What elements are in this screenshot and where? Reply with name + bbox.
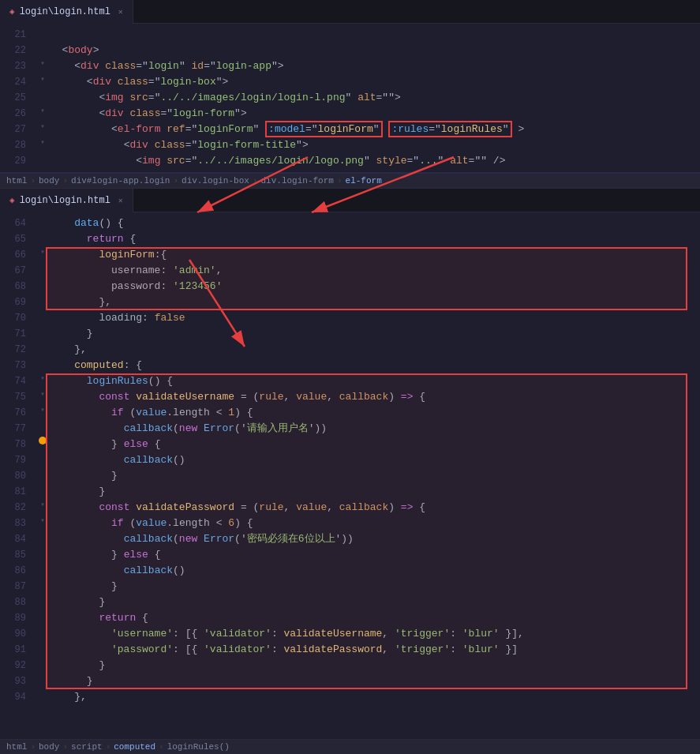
code-line-22: 22 <body>: [0, 43, 700, 58]
code-line-77: 77 callback(new Error('请输入用户名')): [0, 421, 700, 437]
breakpoint-78[interactable]: [39, 437, 47, 445]
code-line-87: 87 }: [0, 579, 700, 595]
line-content-85: } else {: [50, 547, 700, 563]
line-num-72: 72: [0, 342, 36, 358]
line-num-80: 80: [0, 468, 36, 484]
code-line-91: 91 'password': [{ 'validator': validateP…: [0, 642, 700, 658]
line-num-74: 74: [0, 373, 36, 389]
line-content-88: }: [50, 595, 700, 610]
code-line-67: 67 username: 'admin',: [0, 263, 700, 279]
code-line-21: 21: [0, 27, 700, 43]
code-line-64: 64 data() {: [0, 216, 700, 231]
line-content-73: computed: {: [50, 358, 700, 373]
line-content-23: <div class="login" id="login-app">: [50, 58, 700, 74]
bottom-code-lines: 64 data() { 65 return { 66 ▾ loginForm: [0, 212, 700, 708]
line-num-75: 75: [0, 389, 36, 405]
code-line-29: 29 <img src="../../images/login/logo.png…: [0, 153, 700, 169]
line-num-69: 69: [0, 294, 36, 310]
bc2-computed: computed: [114, 742, 155, 752]
line-num-84: 84: [0, 531, 36, 547]
fold-icon-24[interactable]: ▾: [40, 74, 45, 84]
line-num-79: 79: [0, 452, 36, 468]
code-line-71: 71 }: [0, 326, 700, 342]
line-num-86: 86: [0, 563, 36, 579]
line-num-87: 87: [0, 579, 36, 595]
code-line-24: 24 ▾ <div class="login-box">: [0, 74, 700, 90]
code-line-80: 80 }: [0, 468, 700, 484]
line-content-92: }: [50, 658, 700, 673]
line-num-65: 65: [0, 231, 36, 247]
fold-icon-23[interactable]: ▾: [40, 58, 45, 68]
line-content-83: if (value.length < 6) {: [50, 516, 700, 531]
bc2-sep3: ›: [106, 742, 111, 752]
html-icon: ◈: [9, 6, 15, 17]
fold-icon-66[interactable]: ▾: [40, 247, 45, 257]
line-num-94: 94: [0, 689, 36, 705]
fold-icon-75[interactable]: ▾: [40, 389, 45, 399]
line-num-21: 21: [0, 27, 36, 43]
fold-icon-76[interactable]: ▾: [40, 405, 45, 415]
breadcrumb-div-login-form: div.login-form: [261, 176, 334, 186]
line-content-27: <el-form ref="loginForm" :model="loginFo…: [50, 122, 700, 137]
line-content-29: <img src="../../images/login/logo.png" s…: [50, 153, 700, 169]
fold-icon-28[interactable]: ▾: [40, 137, 45, 147]
line-num-28: 28: [0, 137, 36, 153]
line-content-25: <img src="../../images/login/login-l.png…: [50, 90, 700, 106]
fold-icon-27[interactable]: ▾: [40, 122, 45, 131]
fold-icon-26[interactable]: ▾: [40, 106, 45, 115]
tab-bar-2: ◈ login\login.html ✕: [0, 189, 700, 212]
code-line-28: 28 ▾ <div class="login-form-title">: [0, 137, 700, 153]
sep2: ›: [62, 176, 68, 186]
line-num-23: 23: [0, 58, 36, 74]
line-num-85: 85: [0, 547, 36, 563]
close-icon-bottom[interactable]: ✕: [118, 196, 123, 205]
line-num-67: 67: [0, 263, 36, 279]
line-content-79: callback(): [50, 452, 700, 468]
code-line-27: 27 ▾ <el-form ref="loginForm" :model="lo…: [0, 122, 700, 137]
line-content-91: 'password': [{ 'validator': validatePass…: [50, 642, 700, 658]
close-icon-top[interactable]: ✕: [118, 7, 123, 17]
fold-icon-83[interactable]: ▾: [40, 516, 45, 525]
line-content-72: },: [50, 342, 700, 358]
code-line-93: 93 }: [0, 673, 700, 689]
top-code-lines: 21 22 <body> 23 ▾ <div class="login" id=…: [0, 24, 700, 172]
bottom-code-section: 64 data() { 65 return { 66 ▾ loginForm: [0, 212, 700, 739]
line-num-93: 93: [0, 673, 36, 689]
fold-icon-74[interactable]: ▾: [40, 373, 45, 383]
line-content-76: if (value.length < 1) {: [50, 405, 700, 421]
gutter-26: ▾: [36, 106, 50, 115]
line-num-68: 68: [0, 279, 36, 294]
line-content-80: }: [50, 468, 700, 484]
line-num-71: 71: [0, 326, 36, 342]
line-content-86: callback(): [50, 563, 700, 579]
line-num-92: 92: [0, 658, 36, 673]
gutter-28: ▾: [36, 137, 50, 147]
code-line-25: 25 <img src="../../images/login/login-l.…: [0, 90, 700, 106]
bc2-sep2: ›: [62, 742, 68, 752]
line-content-94: },: [50, 689, 700, 705]
line-content-93: }: [50, 673, 700, 689]
code-line-73: 73 computed: {: [0, 358, 700, 373]
fold-icon-82[interactable]: ▾: [40, 500, 45, 509]
sep4: ›: [253, 176, 258, 186]
code-line-84: 84 callback(new Error('密码必须在6位以上')): [0, 531, 700, 547]
line-num-83: 83: [0, 516, 36, 531]
editor-wrapper: ◈ login\login.html ✕ 21 22 <body> 23 ▾: [0, 0, 700, 754]
tab-login-html-bottom[interactable]: ◈ login\login.html ✕: [0, 189, 133, 212]
code-line-70: 70 loading: false: [0, 310, 700, 326]
breadcrumb-div-login-app: div#login-app.login: [71, 176, 170, 186]
gutter-76: ▾: [36, 405, 50, 415]
line-num-82: 82: [0, 500, 36, 516]
code-line-65: 65 return {: [0, 231, 700, 247]
line-content-90: 'username': [{ 'validator': validateUser…: [50, 626, 700, 642]
tab-login-html-top[interactable]: ◈ login\login.html ✕: [0, 0, 133, 24]
line-content-68: password: '123456': [50, 279, 700, 294]
gutter-66: ▾: [36, 247, 50, 257]
code-line-81: 81 }: [0, 484, 700, 500]
sep3: ›: [173, 176, 178, 186]
line-num-88: 88: [0, 595, 36, 610]
line-content-82: const validatePassword = (rule, value, c…: [50, 500, 700, 516]
line-num-25: 25: [0, 90, 36, 106]
line-num-89: 89: [0, 610, 36, 626]
code-line-92: 92 }: [0, 658, 700, 673]
